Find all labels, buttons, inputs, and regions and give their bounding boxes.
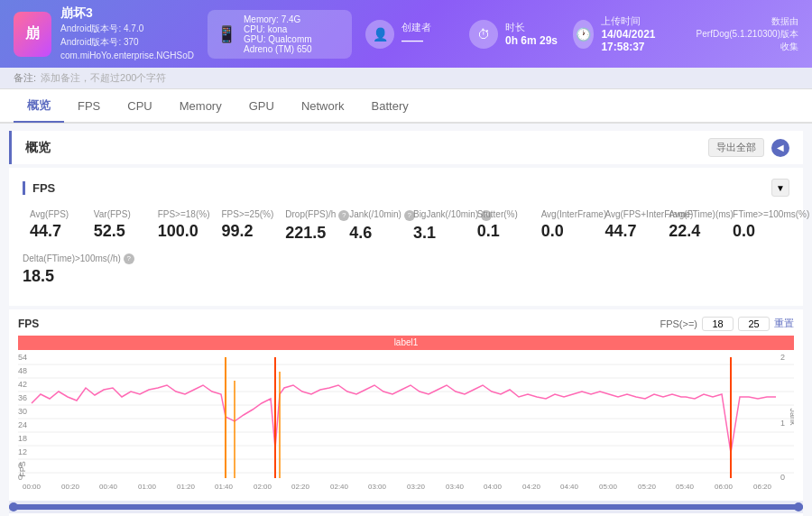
fps-chart-container: FPS FPS(>=) 重置 label1 bbox=[9, 309, 803, 501]
x-axis-label: 04:40 bbox=[560, 483, 579, 491]
device-info: 📱 Memory: 7.4G CPU: kona GPU: Qualcomm A… bbox=[208, 10, 352, 59]
collapse-arrow[interactable]: ◀ bbox=[771, 139, 789, 157]
metric-stutter: Stutter(%) 0.1 bbox=[470, 206, 534, 246]
chart-controls: FPS(>=) 重置 bbox=[660, 317, 794, 331]
fps-chart-wrapper: label1 0 6 12 18 24 30 36 42 bbox=[18, 336, 794, 493]
content-area: 概览 导出全部 ◀ FPS ▼ Avg(FPS) 44.7 Var(FPS) 5… bbox=[0, 124, 812, 516]
fps-panel: FPS ▼ Avg(FPS) 44.7 Var(FPS) 52.5 FPS>=1… bbox=[9, 168, 803, 306]
delta-info-icon[interactable]: ? bbox=[124, 253, 134, 264]
game-avatar: 崩 bbox=[14, 12, 51, 57]
device-icon: 📱 bbox=[217, 24, 236, 44]
x-axis-label: 01:00 bbox=[138, 483, 157, 491]
metric-fps25: FPS>=25(%) 99.2 bbox=[214, 206, 278, 246]
y-axis-right-title: Jank bbox=[789, 408, 794, 426]
metric-jank: Jank(/10min) ? 4.6 bbox=[342, 206, 406, 246]
x-axis-label: 05:20 bbox=[638, 483, 657, 491]
notes-label: 备注: bbox=[14, 71, 36, 85]
tab-memory[interactable]: Memory bbox=[166, 92, 235, 122]
timeline-handle-right[interactable] bbox=[794, 502, 803, 511]
chart-header: FPS FPS(>=) 重置 bbox=[18, 317, 794, 331]
timeline-handle-left[interactable] bbox=[9, 502, 18, 511]
device-specs: Memory: 7.4G CPU: kona GPU: Qualcomm Adr… bbox=[244, 14, 343, 54]
reset-button[interactable]: 重置 bbox=[774, 317, 794, 330]
delta-row: Delta(FTime)>100ms(/h) ? 18.5 bbox=[23, 253, 789, 286]
y-axis-label: 54 bbox=[18, 353, 27, 362]
section-title: 概览 bbox=[25, 140, 51, 156]
tab-cpu[interactable]: CPU bbox=[114, 92, 165, 122]
tab-network[interactable]: Network bbox=[288, 92, 358, 122]
metric-bigjank: BigJank(/10min) ? 3.1 bbox=[406, 206, 470, 246]
x-axis-label: 03:20 bbox=[407, 483, 426, 491]
chart-title: FPS bbox=[18, 318, 39, 330]
duration-stat: ⏱ 时长 0h 6m 29s bbox=[469, 20, 559, 49]
y-right-label: 2 bbox=[780, 353, 785, 362]
upload-stat: 🕐 上传时间 14/04/2021 17:58:37 bbox=[573, 14, 675, 53]
x-axis-label: 00:40 bbox=[99, 483, 118, 491]
metric-ftime100: FTime>=100ms(%) 0.0 bbox=[725, 206, 789, 246]
data-source: 数据由PerfDog(5.1.210300)版本收集 bbox=[688, 15, 798, 53]
y-axis-label: 48 bbox=[18, 366, 27, 375]
timeline-container bbox=[9, 501, 803, 513]
tab-battery[interactable]: Battery bbox=[358, 92, 422, 122]
y-right-label: 1 bbox=[780, 419, 785, 428]
y-axis-label: 36 bbox=[18, 393, 27, 402]
x-axis-label: 01:40 bbox=[215, 483, 234, 491]
game-meta: Android版本号: 4.7.0 Android版本号: 370 com.mi… bbox=[60, 22, 194, 62]
metric-fps18: FPS>=18(%) 100.0 bbox=[151, 206, 215, 246]
y-axis-label: 12 bbox=[18, 447, 27, 456]
delta-value: 18.5 bbox=[23, 267, 789, 286]
section-header: 概览 导出全部 ◀ bbox=[9, 131, 803, 164]
notes-placeholder: 添加备注，不超过200个字符 bbox=[41, 71, 166, 85]
x-axis-label: 04:20 bbox=[522, 483, 541, 491]
y-axis-label: 24 bbox=[18, 420, 27, 429]
timeline-bar[interactable] bbox=[9, 504, 803, 510]
chart-legend: FPS Jank BigJank Stutter InterFrame bbox=[9, 513, 803, 517]
x-axis-label: 06:00 bbox=[715, 483, 734, 491]
metric-avg-fps-interframe: Avg(FPS+InterFrame) 44.7 bbox=[597, 206, 661, 246]
metric-drop-fps: Drop(FPS)/h ? 221.5 bbox=[278, 206, 342, 246]
y-axis-label: 18 bbox=[18, 434, 27, 443]
game-title: 崩坏3 bbox=[60, 5, 194, 22]
x-axis-label: 02:00 bbox=[254, 483, 272, 491]
fps-panel-title: FPS bbox=[23, 181, 55, 195]
x-axis-label: 00:20 bbox=[61, 483, 80, 491]
game-info: 崩 崩坏3 Android版本号: 4.7.0 Android版本号: 370 … bbox=[14, 5, 194, 62]
game-details: 崩坏3 Android版本号: 4.7.0 Android版本号: 370 co… bbox=[60, 5, 194, 62]
export-button[interactable]: 导出全部 bbox=[708, 138, 764, 157]
creator-stat: 👤 创建者 —— bbox=[365, 20, 456, 49]
creator-icon: 👤 bbox=[365, 20, 394, 49]
fps-chart-svg: label1 0 6 12 18 24 30 36 42 bbox=[18, 336, 794, 493]
metric-avg-fps: Avg(FPS) 44.7 bbox=[23, 206, 87, 246]
upload-icon: 🕐 bbox=[573, 20, 594, 49]
x-axis-label: 05:00 bbox=[599, 483, 618, 491]
fps-metrics-row: Avg(FPS) 44.7 Var(FPS) 52.5 FPS>=18(%) 1… bbox=[23, 206, 789, 246]
y-axis-label: 30 bbox=[18, 407, 27, 416]
x-axis-label: 06:20 bbox=[753, 483, 772, 491]
fps-panel-header: FPS ▼ bbox=[23, 179, 789, 197]
tabs-bar: 概览 FPS CPU Memory GPU Network Battery bbox=[0, 89, 812, 124]
y-axis-title: FPS bbox=[18, 461, 27, 477]
fps-threshold1-input[interactable] bbox=[702, 317, 734, 331]
x-axis-label: 02:20 bbox=[291, 483, 310, 491]
header: 崩 崩坏3 Android版本号: 4.7.0 Android版本号: 370 … bbox=[0, 0, 812, 68]
x-axis-label: 01:20 bbox=[177, 483, 196, 491]
label-bar-text: label1 bbox=[394, 337, 419, 347]
fps-gte-label: FPS(>=) bbox=[660, 318, 697, 329]
duration-icon: ⏱ bbox=[469, 20, 498, 49]
metric-var-fps: Var(FPS) 52.5 bbox=[87, 206, 151, 246]
tab-gpu[interactable]: GPU bbox=[235, 92, 288, 122]
y-right-label: 0 bbox=[780, 473, 785, 482]
tab-overview[interactable]: 概览 bbox=[14, 90, 64, 123]
x-axis-label: 05:40 bbox=[676, 483, 695, 491]
x-axis-label: 03:40 bbox=[446, 483, 465, 491]
x-axis-label: 00:00 bbox=[23, 483, 42, 491]
metric-avg-ftime: Avg(FTime)(ms) 22.4 bbox=[661, 206, 725, 246]
y-axis-label: 42 bbox=[18, 380, 27, 389]
x-axis-label: 04:00 bbox=[484, 483, 503, 491]
fps-collapse-icon[interactable]: ▼ bbox=[771, 179, 789, 197]
x-axis-label: 03:00 bbox=[368, 483, 387, 491]
notes-bar: 备注: 添加备注，不超过200个字符 bbox=[0, 68, 812, 89]
fps-threshold2-input[interactable] bbox=[738, 317, 770, 331]
tab-fps[interactable]: FPS bbox=[64, 92, 114, 122]
x-axis-label: 02:40 bbox=[330, 483, 349, 491]
